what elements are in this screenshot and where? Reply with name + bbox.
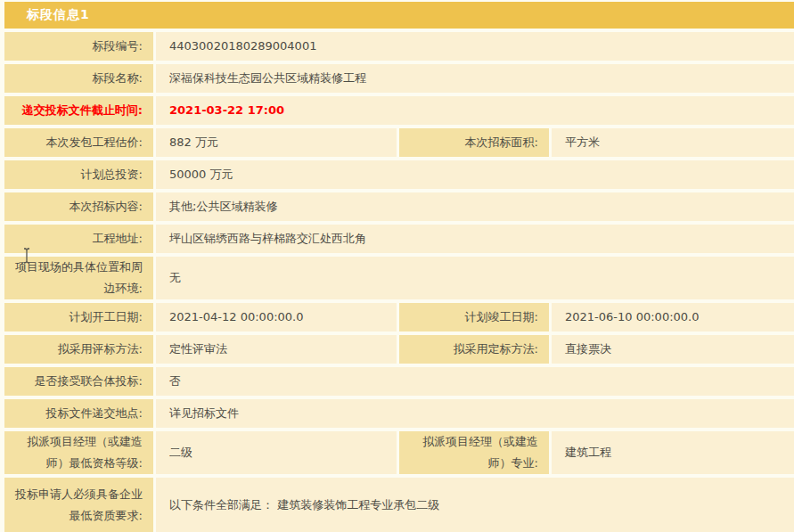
row-label: 工程地址: <box>93 228 143 250</box>
row-label-cell: 标段名称: <box>4 64 153 93</box>
table-row: 投标申请人必须具备企业 最低资质要求: 以下条件全部满足： 建筑装修装饰工程专业… <box>4 478 794 532</box>
row-label-cell: 计划开工日期: <box>4 303 153 331</box>
table-row: 计划开工日期: 2021-04-12 00:00:00.0 计划竣工日期: 20… <box>4 303 794 331</box>
table-row: 本次招标内容: 其他;公共区域精装修 <box>4 192 794 221</box>
row-label: 拟派项目经理（或建造 师）最低资格等级: <box>27 431 143 474</box>
row-value: 其他;公共区域精装修 <box>169 197 277 217</box>
row-label: 递交投标文件截止时间: <box>22 100 143 121</box>
row-label: 是否接受联合体投标: <box>35 371 143 392</box>
row-label-cell: 投标申请人必须具备企业 最低资质要求: <box>4 478 153 532</box>
row-label: 投标文件递交地点: <box>46 403 143 424</box>
table-row: 投标文件递交地点: 详见招标文件 <box>4 399 794 428</box>
row-label-2: 计划竣工日期: <box>465 307 538 328</box>
row-value: 无 <box>169 268 181 288</box>
table-row: 递交投标文件截止时间: 2021-03-22 17:00 <box>4 96 794 125</box>
row-label-cell-2: 拟派项目经理（或建造 师）专业: <box>399 431 549 474</box>
row-label-cell: 本次发包工程估价: <box>4 128 153 157</box>
row-value-2: 2021-06-10 00:00:00.0 <box>565 307 699 327</box>
row-value-cell: 44030020180289004001 <box>156 32 794 61</box>
row-label: 标段编号: <box>93 36 143 57</box>
row-value-cell: 50000 万元 <box>156 160 794 189</box>
row-value-cell: 882 万元 <box>156 128 397 157</box>
row-value-2: 建筑工程 <box>565 443 611 462</box>
row-value-cell: 2021-04-12 00:00:00.0 <box>156 303 397 331</box>
row-label-cell: 拟采用评标方法: <box>4 335 153 364</box>
row-label: 计划总投资: <box>81 164 143 185</box>
row-value-cell: 其他;公共区域精装修 <box>156 192 794 221</box>
row-label-cell: 是否接受联合体投标: <box>4 367 153 396</box>
panel-title: 标段信息1 <box>27 7 90 23</box>
table-row: 工程地址: 坪山区锦绣西路与梓棉路交汇处西北角 <box>4 225 794 253</box>
row-value: 否 <box>169 372 181 391</box>
row-label-2: 本次招标面积: <box>465 132 538 153</box>
row-value-cell: 无 <box>156 257 794 299</box>
row-label-cell-2: 计划竣工日期: <box>399 303 549 331</box>
row-label-cell-2: 拟采用定标方法: <box>399 335 549 364</box>
row-value-cell: 定性评审法 <box>156 335 397 364</box>
row-value: 坪山区锦绣西路与梓棉路交汇处西北角 <box>169 229 366 249</box>
row-label: 投标申请人必须具备企业 最低资质要求: <box>15 484 143 527</box>
row-value-cell-2: 建筑工程 <box>552 431 794 474</box>
row-value-cell: 坪山区锦绣西路与梓棉路交汇处西北角 <box>156 225 794 253</box>
row-value-cell: 详见招标文件 <box>156 399 794 428</box>
row-label-cell: 投标文件递交地点: <box>4 399 153 428</box>
table-row: 标段名称: 深福保科技生态园公共区域精装修工程 <box>4 64 794 93</box>
row-value-cell: 深福保科技生态园公共区域精装修工程 <box>156 64 794 93</box>
panel-title-bar: 标段信息1 <box>4 2 794 29</box>
row-value-cell-2: 直接票决 <box>552 335 794 364</box>
row-value: 44030020180289004001 <box>169 37 316 56</box>
row-value-cell: 2021-03-22 17:00 <box>156 96 794 125</box>
row-label-cell: 递交投标文件截止时间: <box>4 96 153 125</box>
row-value: 50000 万元 <box>169 165 233 184</box>
row-value: 定性评审法 <box>169 340 227 359</box>
row-label: 标段名称: <box>93 68 143 89</box>
row-value-cell: 否 <box>156 367 794 396</box>
row-value: 2021-04-12 00:00:00.0 <box>169 307 303 327</box>
row-label-cell: 标段编号: <box>4 32 153 61</box>
row-value: 以下条件全部满足： 建筑装修装饰工程专业承包二级 <box>169 495 439 515</box>
table-row: 标段编号: 44030020180289004001 <box>4 32 794 61</box>
row-value: 二级 <box>169 443 192 462</box>
row-label: 项目现场的具体位置和周 边环境: <box>15 257 143 299</box>
table-row: 拟采用评标方法: 定性评审法 拟采用定标方法: 直接票决 <box>4 335 794 364</box>
table-row: 拟派项目经理（或建造 师）最低资格等级: 二级 拟派项目经理（或建造 师）专业:… <box>4 431 794 474</box>
row-value: 详见招标文件 <box>169 404 239 423</box>
row-value-cell-2: 2021-06-10 00:00:00.0 <box>552 303 794 331</box>
row-label: 本次招标内容: <box>70 196 143 217</box>
table-row: 是否接受联合体投标: 否 <box>4 367 794 396</box>
row-value-2: 直接票决 <box>565 340 611 359</box>
row-value: 882 万元 <box>169 133 218 152</box>
bid-info-table: 标段编号: 44030020180289004001 标段名称: 深福保科技生态… <box>4 32 794 532</box>
row-label-2: 拟采用定标方法: <box>454 339 538 360</box>
row-label-cell: 工程地址: <box>4 225 153 253</box>
row-label-2: 拟派项目经理（或建造 师）专业: <box>422 431 538 474</box>
row-value-cell: 以下条件全部满足： 建筑装修装饰工程专业承包二级 <box>156 478 794 532</box>
table-row: 计划总投资: 50000 万元 <box>4 160 794 189</box>
row-label: 本次发包工程估价: <box>46 132 143 153</box>
row-label-cell-2: 本次招标面积: <box>399 128 549 157</box>
row-value-cell-2: 平方米 <box>552 128 794 157</box>
table-row: 项目现场的具体位置和周 边环境: 无 <box>4 257 794 299</box>
row-label-cell: 本次招标内容: <box>4 192 153 221</box>
row-value-cell: 二级 <box>156 431 397 474</box>
row-value: 2021-03-22 17:00 <box>169 101 284 120</box>
row-value: 深福保科技生态园公共区域精装修工程 <box>169 69 366 88</box>
row-label: 拟采用评标方法: <box>58 339 143 360</box>
row-label-cell: 项目现场的具体位置和周 边环境: <box>4 257 153 299</box>
bid-section-panel: 标段信息1 标段编号: 44030020180289004001 标段名称: 深… <box>4 2 794 532</box>
row-value-2: 平方米 <box>565 133 600 152</box>
row-label-cell: 拟派项目经理（或建造 师）最低资格等级: <box>4 431 153 474</box>
row-label: 计划开工日期: <box>70 307 143 328</box>
table-row: 本次发包工程估价: 882 万元 本次招标面积: 平方米 <box>4 128 794 157</box>
row-label-cell: 计划总投资: <box>4 160 153 189</box>
